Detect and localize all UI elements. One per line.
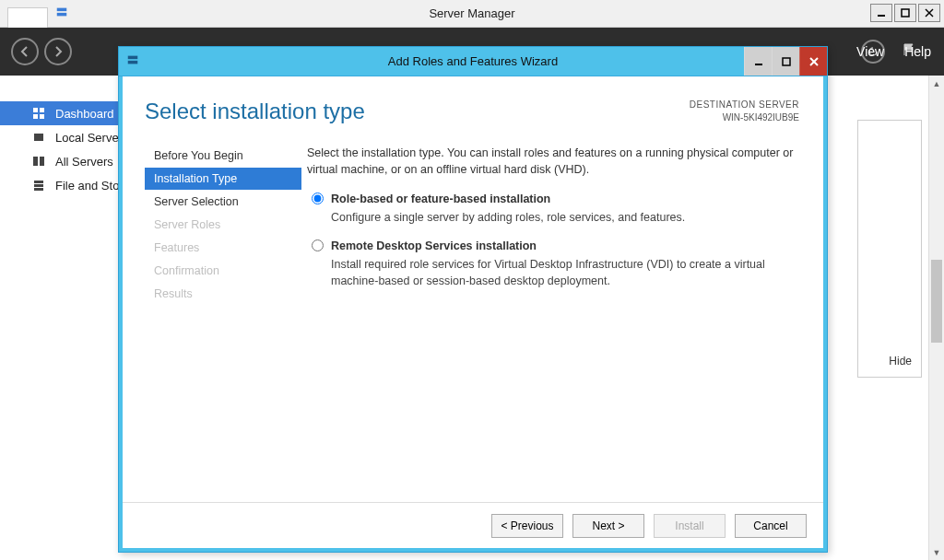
scroll-down-icon[interactable]: ▼ [929,544,944,560]
servers-icon [31,155,46,168]
wizard-title: Add Roles and Features Wizard [388,54,558,68]
svg-rect-13 [34,181,43,183]
svg-rect-10 [34,134,43,141]
destination-label: DESTINATION SERVER [690,99,799,111]
svg-rect-15 [34,188,43,191]
forward-button[interactable] [44,38,72,65]
radio-role-based[interactable] [312,192,324,204]
sidebar-item-label: Dashboard [55,107,114,121]
svg-rect-17 [128,60,138,64]
step-server-roles: Server Roles [145,214,301,236]
option-desc: Install required role services for Virtu… [331,256,799,289]
svg-rect-6 [33,108,38,112]
option-label: Remote Desktop Services installation [331,238,799,254]
server-manager-icon [55,6,68,22]
option-label: Role-based or feature-based installation [331,191,685,207]
svg-rect-0 [57,7,67,11]
dashboard-icon [31,107,46,120]
svg-rect-11 [33,157,38,166]
svg-rect-8 [33,114,38,119]
radio-remote-desktop[interactable] [312,239,324,251]
option-role-based[interactable]: Role-based or feature-based installation… [307,191,799,226]
scrollbar-thumb[interactable] [931,260,942,343]
hide-link[interactable]: Hide [889,355,912,368]
install-button: Install [654,514,726,538]
wizard-steps: Before You Begin Installation Type Serve… [145,139,301,502]
wizard-minimize-button[interactable] [744,47,772,76]
background-tabs [7,0,48,28]
wizard-heading: Select installation type [145,99,365,124]
right-panel: Hide [857,120,922,378]
menu-view[interactable]: View [856,44,884,59]
svg-rect-3 [902,9,909,17]
svg-rect-9 [40,114,44,119]
cancel-button[interactable]: Cancel [735,514,807,538]
close-button[interactable] [918,4,940,22]
option-desc: Configure a single server by adding role… [331,209,685,226]
storage-icon [31,179,46,192]
previous-button[interactable]: < Previous [491,514,563,538]
wizard-content: Select the installation type. You can in… [301,139,799,502]
wizard-maximize-button[interactable] [772,47,799,76]
wizard-close-button[interactable] [799,47,827,76]
svg-rect-12 [40,157,44,166]
minimize-button[interactable] [870,4,892,22]
wizard-icon [126,53,139,70]
sidebar-item-label: Local Server [55,131,123,145]
destination-server: DESTINATION SERVER WIN-5KI492IUB9E [690,99,799,124]
svg-rect-14 [34,184,43,187]
server-icon [31,131,46,144]
maximize-button[interactable] [894,4,916,22]
wizard-titlebar: Add Roles and Features Wizard [119,47,827,76]
destination-value: WIN-5KI492IUB9E [690,111,799,124]
step-installation-type[interactable]: Installation Type [145,168,301,190]
step-before-you-begin[interactable]: Before You Begin [145,145,301,167]
wizard-description: Select the installation type. You can in… [307,145,799,178]
sidebar-item-label: All Servers [55,155,113,169]
wizard-footer: < Previous Next > Install Cancel [123,502,823,548]
vertical-scrollbar[interactable]: ▲ ▼ [928,76,944,560]
tab-stub[interactable] [7,7,48,28]
scroll-up-icon[interactable]: ▲ [929,76,944,91]
svg-rect-19 [783,58,790,65]
add-roles-wizard: Add Roles and Features Wizard Select ins… [118,46,828,553]
next-button[interactable]: Next > [572,514,644,538]
step-server-selection[interactable]: Server Selection [145,191,301,213]
svg-rect-1 [57,12,67,16]
svg-rect-7 [40,108,44,112]
step-features: Features [145,237,301,259]
server-manager-titlebar: Server Manager [0,0,944,28]
option-remote-desktop[interactable]: Remote Desktop Services installation Ins… [307,238,799,289]
back-button[interactable] [11,38,39,65]
window-title: Server Manager [429,6,514,20]
svg-rect-16 [128,55,138,59]
step-results: Results [145,283,301,305]
step-confirmation: Confirmation [145,260,301,282]
menu-help[interactable]: Help [904,44,931,59]
